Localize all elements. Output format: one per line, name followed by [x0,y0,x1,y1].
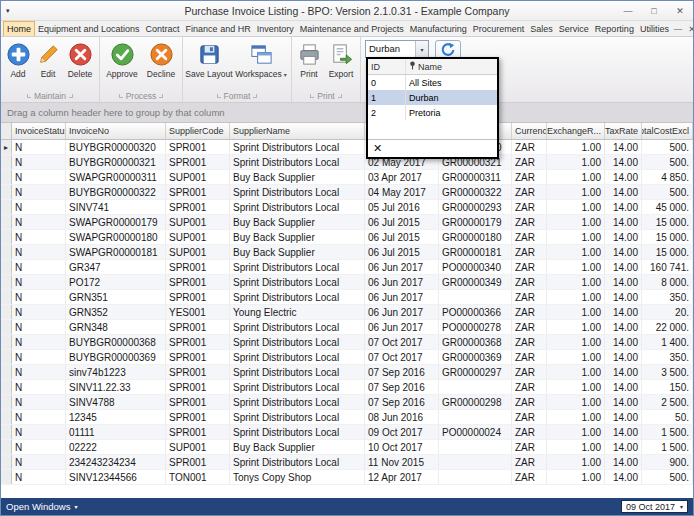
cell-totalcostexcl: 8 000. [642,275,693,289]
column-header-invoiceno[interactable]: InvoiceNo [66,123,166,139]
tab-utilities[interactable]: Utilities [637,21,672,36]
cell-orderno: GR00000298 [439,395,512,409]
table-row[interactable]: NBUYBGR00000369SPR001Sprint Distributors… [1,350,693,365]
open-windows-label: Open Windows [6,501,70,512]
site-combobox[interactable]: Durban ▾ [365,40,429,58]
combobox-dropdown-button[interactable]: ▾ [415,41,428,57]
cell-invoicestatus: N [12,290,66,304]
tab-inventory[interactable]: Inventory [254,21,297,36]
mdi-close-button[interactable]: ✕ [686,24,694,34]
delete-button[interactable]: Delete [63,38,97,89]
row-indicator [1,395,12,409]
cell-orderno [439,380,512,394]
table-row[interactable]: NBUYBGR00000368SPR001Sprint Distributors… [1,335,693,350]
cell-orderno: GR00000311 [439,170,512,184]
workspaces-button[interactable]: Workspaces▾ [233,38,289,89]
add-button[interactable]: Add [3,38,33,89]
table-row[interactable]: NGRN352YES001Young Electric06 Jun 2017PO… [1,305,693,320]
site-option-all-sites[interactable]: 0All Sites [368,75,497,90]
column-header-currency[interactable]: Currency [512,123,547,139]
tab-reporting[interactable]: Reporting [592,21,637,36]
add-icon [6,41,31,68]
cell-totalcostexcl: 1 500. [642,440,693,454]
group-by-panel[interactable]: Drag a column header here to group by th… [1,103,693,123]
site-option-id: 1 [368,90,406,105]
tab-finance-and-hr[interactable]: Finance and HR [183,21,254,36]
cell-taxrate: 14.00 [605,425,642,439]
table-row[interactable]: NPO172SPR001Sprint Distributors Local06 … [1,275,693,290]
table-row[interactable]: NSINV741SPR001Sprint Distributors Local0… [1,200,693,215]
table-row[interactable]: NSWAPGR00000179SUP001Buy Back Supplier06… [1,215,693,230]
edit-icon [36,41,61,68]
maximize-button[interactable]: □ [641,1,667,20]
close-button[interactable]: ✕ [667,1,693,20]
table-row[interactable]: NSWAPGR00000311SUP001Buy Back Supplier03… [1,170,693,185]
popup-column-header-name[interactable]: Name [406,59,445,74]
table-row[interactable]: NSINV4788SPR001Sprint Distributors Local… [1,395,693,410]
site-option-id: 2 [368,105,406,120]
column-header-invoicestatus[interactable]: InvoiceStatus [12,123,66,139]
row-indicator [1,440,12,454]
table-row[interactable]: N234243234234SPR001Sprint Distributors L… [1,455,693,470]
tab-equipment-and-locations[interactable]: Equipment and Locations [35,21,143,36]
table-row[interactable]: NSWAPGR00000180SUP001Buy Back Supplier06… [1,230,693,245]
cell-taxrate: 14.00 [605,350,642,364]
tab-maintenance-and-projects[interactable]: Maintenance and Projects [297,21,407,36]
status-date-picker[interactable]: 09 Oct 2017 ▾ [621,500,688,513]
save-layout-button[interactable]: Save Layout [185,38,233,89]
table-row[interactable]: NGRN351SPR001Sprint Distributors Local06… [1,290,693,305]
cell-totalcostexcl: 15 000. [642,245,693,259]
popup-column-header-id[interactable]: ID [368,59,406,74]
cell-invoiceno: BUYBGR00000368 [66,335,166,349]
cell-invoicedate: 06 Jul 2015 [365,230,439,244]
table-row[interactable]: NGR347SPR001Sprint Distributors Local06 … [1,260,693,275]
quick-access-arrow-icon[interactable]: ▾ [1,7,15,15]
table-row[interactable]: N02222SUP001Buy Back Supplier10 Oct 2017… [1,440,693,455]
column-header-totalcostexcl[interactable]: TotalCostExcl [642,123,693,139]
site-option-pretoria[interactable]: 2Pretoria [368,105,497,120]
column-header-suppliername[interactable]: SupplierName [230,123,365,139]
table-row[interactable]: NGRN348SPR001Sprint Distributors Local06… [1,320,693,335]
tab-contract[interactable]: Contract [143,21,183,36]
cell-suppliername: Buy Back Supplier [230,215,365,229]
column-header-taxrate[interactable]: TaxRate [605,123,642,139]
column-header-exchanger[interactable]: ExchangeR... [547,123,605,139]
cell-invoicestatus: N [12,185,66,199]
approve-button-label: Approve [106,69,138,79]
cell-invoicestatus: N [12,395,66,409]
table-row[interactable]: N12345SPR001Sprint Distributors Local08 … [1,410,693,425]
cell-suppliername: Buy Back Supplier [230,230,365,244]
approve-button[interactable]: Approve [102,38,142,89]
cell-orderno: PO00000278 [439,320,512,334]
cell-suppliercode: SPR001 [166,155,230,169]
cell-suppliercode: SPR001 [166,350,230,364]
clear-selection-button[interactable]: ✕ [373,143,382,154]
table-row[interactable]: NSINV11.22.33SPR001Sprint Distributors L… [1,380,693,395]
table-row[interactable]: NBUYBGR00000322SPR001Sprint Distributors… [1,185,693,200]
column-header-suppliercode[interactable]: SupplierCode [166,123,230,139]
print-button[interactable]: Print [294,38,324,89]
tab-manufacturing[interactable]: Manufacturing [407,21,470,36]
table-row[interactable]: NBUYBGR00000321SPR001Sprint Distributors… [1,155,693,170]
export-button[interactable]: Export [324,38,358,89]
table-row[interactable]: NSWAPGR00000181SUP001Buy Back Supplier06… [1,245,693,260]
table-row[interactable]: Nsinv74b1223SPR001Sprint Distributors Lo… [1,365,693,380]
tab-sales[interactable]: Sales [527,21,556,36]
tab-service[interactable]: Service [556,21,592,36]
minimize-button[interactable]: — [615,1,641,20]
table-row[interactable]: N01111SPR001Sprint Distributors Local09 … [1,425,693,440]
site-option-durban[interactable]: 1Durban [368,90,497,105]
edit-button[interactable]: Edit [33,38,63,89]
table-row[interactable]: NSINV12344566TON001Tonys Copy Shop12 Apr… [1,470,693,485]
group-caption-maintain: Maintain [3,89,97,102]
tab-procurement[interactable]: Procurement [470,21,528,36]
tab-home[interactable]: Home [3,21,35,36]
cell-suppliercode: SPR001 [166,395,230,409]
open-windows-button[interactable]: Open Windows ▾ [6,501,77,512]
mdi-minimize-button[interactable]: — [672,24,684,34]
cell-totalcostexcl: 500. [642,185,693,199]
cell-exchanger: 1.00 [547,380,605,394]
decline-button[interactable]: Decline [142,38,180,89]
table-row[interactable]: ▸NBUYBGR00000320SPR001Sprint Distributor… [1,140,693,155]
cell-suppliername: Sprint Distributors Local [230,140,365,154]
